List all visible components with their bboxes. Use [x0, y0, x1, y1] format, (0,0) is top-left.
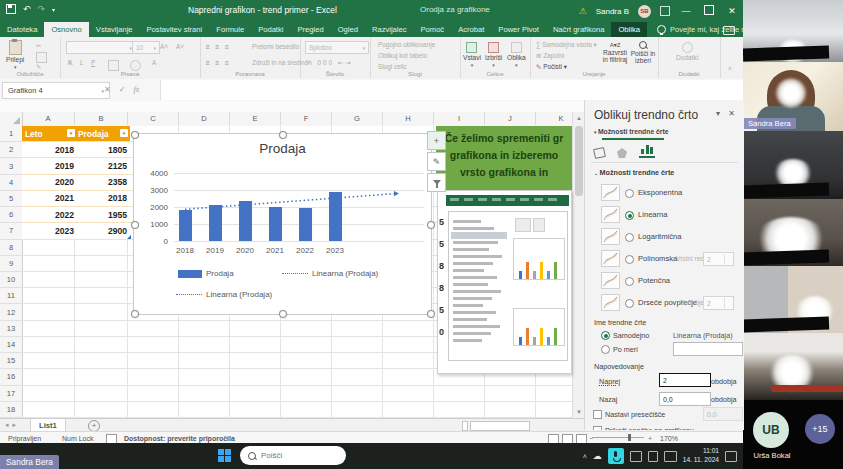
- row-header-10[interactable]: 10: [0, 272, 23, 288]
- more-participants-badge[interactable]: +15: [805, 414, 835, 444]
- scrollbar-splitter[interactable]: [462, 421, 468, 431]
- column-header-A[interactable]: A: [22, 112, 75, 125]
- row-header-8[interactable]: 8: [0, 240, 23, 256]
- cell-B2[interactable]: 1805: [75, 142, 131, 158]
- collapse-ribbon-icon[interactable]: ˄: [728, 65, 732, 72]
- row-header-4[interactable]: 4: [0, 175, 23, 191]
- tab-načrt-grafikona[interactable]: Načrt grafikona: [546, 22, 612, 37]
- bar-2019[interactable]: [209, 205, 222, 241]
- tab-ogled[interactable]: Ogled: [331, 22, 365, 37]
- pane-section-header[interactable]: ⌄ Možnosti trendne črte: [594, 168, 674, 177]
- table-resize-handle[interactable]: [127, 235, 131, 239]
- trendline-option-eksponentna[interactable]: Eksponentna: [601, 182, 738, 204]
- font-size-select[interactable]: 10▾: [132, 41, 160, 54]
- notifications-icon[interactable]: [725, 451, 737, 462]
- chart-styles-button[interactable]: ✎: [427, 152, 446, 171]
- tab-oblika[interactable]: Oblika: [611, 22, 647, 37]
- custom-name-label[interactable]: Po meri: [613, 345, 638, 354]
- row-header-1[interactable]: 1: [0, 126, 23, 142]
- row-header-6[interactable]: 6: [0, 207, 23, 223]
- trendline-option-logaritmična[interactable]: Logaritmična: [601, 226, 738, 248]
- row-header-17[interactable]: 17: [0, 386, 23, 402]
- tray-chevron-icon[interactable]: ˄: [583, 453, 587, 460]
- chart-selection-handle[interactable]: [279, 310, 287, 318]
- sort-filter-button[interactable]: A▾Z Razvrsti in filtriraj: [602, 41, 628, 64]
- column-header-D[interactable]: D: [179, 112, 230, 125]
- chart-selection-handle[interactable]: [427, 310, 435, 318]
- zoom-slider[interactable]: [592, 437, 644, 438]
- chart-elements-button[interactable]: +: [427, 131, 446, 150]
- filter-icon[interactable]: ▾: [120, 129, 128, 137]
- font-name-select[interactable]: ▾: [66, 41, 136, 54]
- zoom-slider-thumb[interactable]: [628, 434, 631, 441]
- ribbon-options-icon[interactable]: [660, 6, 670, 16]
- row-header-9[interactable]: 9: [0, 256, 23, 272]
- radio-potenčna[interactable]: [625, 277, 634, 286]
- column-header-E[interactable]: E: [230, 112, 281, 125]
- row-header-16[interactable]: 16: [0, 369, 23, 385]
- cut-icon[interactable]: ✂: [36, 42, 41, 50]
- insert-function-icon[interactable]: fx: [133, 85, 139, 94]
- taskbar-search[interactable]: Poišči: [240, 446, 346, 465]
- cell-A5[interactable]: 2021: [22, 191, 78, 207]
- insert-cells-button[interactable]: Vstavi▾: [463, 42, 481, 68]
- trendline-option-drseče-povprečje[interactable]: Drseče povprečjeObdobje2: [601, 292, 738, 314]
- font-color-icon[interactable]: A: [152, 59, 156, 66]
- paste-button[interactable]: Prilepi▾: [6, 40, 24, 70]
- custom-name-input[interactable]: [673, 342, 743, 356]
- cell-A2[interactable]: 2018: [22, 142, 78, 158]
- row-header-13[interactable]: 13: [0, 321, 23, 337]
- find-select-button[interactable]: Poišči in izberi: [630, 41, 656, 65]
- underline-button[interactable]: P: [91, 59, 95, 66]
- cell-B7[interactable]: 2900: [75, 223, 131, 239]
- radio-logaritmična[interactable]: [625, 233, 634, 242]
- account-avatar[interactable]: SB: [638, 5, 651, 18]
- auto-name-radio[interactable]: [601, 331, 610, 340]
- embedded-screenshot[interactable]: 558850: [437, 190, 572, 374]
- row-header-3[interactable]: 3: [0, 158, 23, 174]
- bar-2022[interactable]: [299, 208, 312, 241]
- intercept-label[interactable]: Nastavi presečišče: [605, 410, 665, 419]
- pane-chevron-icon[interactable]: ▾: [716, 109, 720, 118]
- auto-name-label[interactable]: Samodejno: [613, 331, 649, 340]
- trendline-option-linearna[interactable]: Linearna: [601, 204, 738, 226]
- row-header-18[interactable]: 18: [0, 402, 23, 418]
- cell-A6[interactable]: 2022: [22, 207, 78, 223]
- legend-item[interactable]: Prodaja: [178, 269, 234, 278]
- equation-label[interactable]: Prikaži enačbo na grafikonu: [605, 426, 694, 430]
- tab-formule[interactable]: Formule: [209, 22, 251, 37]
- tab-postavitev-strani[interactable]: Postavitev strani: [140, 22, 210, 37]
- pane-close-icon[interactable]: ✕: [728, 109, 735, 118]
- column-header-I[interactable]: I: [434, 112, 485, 125]
- network-icon[interactable]: [664, 451, 677, 462]
- format-cells-button[interactable]: Oblika▾: [507, 42, 526, 68]
- horizontal-scroll-thumb[interactable]: [470, 421, 530, 431]
- video-feed-6[interactable]: [743, 333, 843, 400]
- onedrive-icon[interactable]: ☁: [593, 451, 602, 461]
- forward-periods-input[interactable]: 2: [659, 373, 711, 387]
- delete-cells-button[interactable]: Izbriši▾: [485, 42, 502, 68]
- chart-selection-handle[interactable]: [131, 131, 139, 139]
- radio-polinomska[interactable]: [625, 255, 634, 264]
- screen-share-icon[interactable]: [630, 451, 642, 462]
- radio-linearna[interactable]: [625, 211, 634, 220]
- column-header-J[interactable]: J: [485, 112, 536, 125]
- sheet-nav-arrows[interactable]: ◂▸: [5, 421, 20, 429]
- option-spinner[interactable]: 2: [703, 252, 734, 266]
- trendline-options-icon[interactable]: [639, 143, 655, 158]
- chart-selection-handle[interactable]: [131, 310, 139, 318]
- column-header-G[interactable]: G: [332, 112, 383, 125]
- cell-B3[interactable]: 2125: [75, 158, 131, 174]
- enter-icon[interactable]: ✓: [119, 85, 126, 94]
- equation-checkbox[interactable]: [593, 426, 602, 430]
- tab-podatki[interactable]: Podatki: [251, 22, 290, 37]
- cell-B4[interactable]: 2358: [75, 175, 131, 191]
- cell-styles-button[interactable]: Slogi celic: [378, 63, 407, 70]
- start-button[interactable]: [218, 449, 232, 463]
- grow-font-icon[interactable]: A˄: [160, 43, 168, 50]
- restore-button[interactable]: [702, 5, 716, 17]
- table-header-prodaja[interactable]: Prodaja▾: [75, 126, 130, 141]
- comments-icon[interactable]: [723, 26, 735, 35]
- cancel-icon[interactable]: ✕: [104, 85, 111, 94]
- italic-button[interactable]: L: [80, 59, 84, 66]
